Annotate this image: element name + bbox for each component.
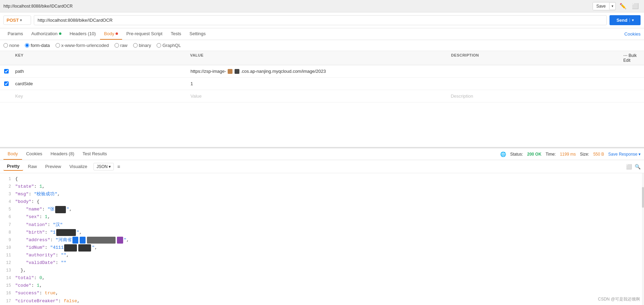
check-col-header — [0, 53, 12, 63]
form-table-header: KEY VALUE DESCRIPTION ⋯ Bulk Edit — [0, 51, 644, 65]
top-bar-actions: Save ▾ ✏️ ⬜ — [593, 2, 641, 10]
path-desc-cell — [448, 69, 623, 73]
option-raw[interactable]: raw — [115, 43, 128, 48]
resp-tab-test-results[interactable]: Test Results — [78, 148, 111, 160]
path-checkbox[interactable] — [4, 69, 9, 73]
option-binary[interactable]: binary — [133, 43, 151, 48]
placeholder-key-text: Key — [15, 94, 23, 99]
method-selector[interactable]: POST ▾ — [3, 16, 31, 25]
bulk-edit-button[interactable]: ⋯ Bulk Edit — [623, 53, 641, 63]
json-line-12: 12 "validDate": "" — [0, 259, 644, 267]
save-response-label: Save Response — [608, 152, 637, 157]
save-button-group: Save ▾ — [593, 2, 616, 10]
authorization-dot — [59, 32, 61, 35]
json-line-5: 5 "name": "张 ", — [0, 206, 644, 213]
option-graphql[interactable]: GraphQL — [157, 43, 181, 48]
addr-redacted-2 — [80, 237, 86, 244]
save-caret-button[interactable]: ▾ — [609, 3, 615, 9]
json-label: JSON — [97, 164, 108, 169]
json-line-16: 16 "success": true, — [0, 289, 644, 297]
json-line-11: 11 "authority": "", — [0, 252, 644, 259]
tab-settings[interactable]: Settings — [185, 28, 210, 40]
json-line-3: 3 "msg": "校验成功", — [0, 190, 644, 198]
format-preview-button[interactable]: Preview — [42, 163, 65, 170]
tab-pre-request[interactable]: Pre-request Script — [122, 28, 167, 40]
option-urlencoded[interactable]: x-www-form-urlencoded — [56, 43, 109, 48]
cardside-checkbox[interactable] — [4, 81, 9, 86]
copy-response-icon[interactable]: ⬜ — [626, 164, 632, 169]
resp-tab-body[interactable]: Body — [3, 148, 22, 160]
json-caret-icon: ▾ — [109, 164, 111, 169]
tab-pre-request-label: Pre-request Script — [126, 31, 162, 36]
tab-params-label: Params — [8, 31, 23, 36]
value-col-header: VALUE — [187, 53, 448, 63]
save-response-button[interactable]: Save Response ▾ — [608, 152, 641, 157]
resp-tab-body-label: Body — [8, 151, 18, 156]
tab-tests[interactable]: Tests — [167, 28, 185, 40]
path-value-text: https://zsp-image- — [190, 69, 226, 74]
json-format-selector[interactable]: JSON ▾ — [93, 163, 114, 170]
addr-redacted-1 — [72, 237, 78, 244]
tab-params[interactable]: Params — [3, 28, 27, 40]
tab-headers-label: Headers (10) — [70, 31, 96, 36]
scrollbar-thumb — [642, 187, 644, 208]
resp-tab-test-results-label: Test Results — [82, 151, 107, 156]
size-value: 550 B — [593, 152, 604, 157]
copy-icon-button[interactable]: ⬜ — [630, 2, 641, 10]
idnum-redacted-2 — [78, 244, 91, 252]
tab-body-label: Body — [104, 31, 115, 36]
save-button[interactable]: Save — [593, 2, 609, 10]
top-bar: http://localhost:8088/bike/IDCardOCR Sav… — [0, 0, 644, 12]
path-checkbox-cell — [0, 69, 12, 73]
placeholder-key: Key — [12, 91, 188, 101]
json-line-17: 17 "circuteBreaker": false, — [0, 297, 644, 305]
tab-authorization-label: Authorization — [31, 31, 58, 36]
path-key: path — [15, 69, 24, 74]
json-line-7: 7 "nation": "汉" — [0, 221, 644, 229]
tab-tests-label: Tests — [171, 31, 181, 36]
resp-tab-headers[interactable]: Headers (8) — [47, 148, 79, 160]
size-label: Size: — [580, 152, 589, 157]
search-response-icon[interactable]: 🔍 — [635, 164, 641, 169]
placeholder-value-text: Value — [190, 94, 201, 99]
format-pretty-button[interactable]: Pretty — [3, 162, 23, 171]
form-row-cardside: cardSide 1 — [0, 78, 644, 90]
edit-icon-button[interactable]: ✏️ — [618, 2, 628, 10]
send-button[interactable]: Send ▾ — [610, 15, 641, 25]
format-raw-button[interactable]: Raw — [24, 163, 40, 170]
scrollbar-track[interactable] — [642, 173, 644, 305]
redacted-block-2 — [235, 69, 239, 74]
json-line-10: 10 "idNum": "4111 ", — [0, 244, 644, 252]
globe-icon: 🌐 — [500, 151, 506, 157]
tab-authorization[interactable]: Authorization — [27, 28, 66, 40]
json-line-2: 2 "state": 1, — [0, 183, 644, 190]
path-key-cell: path — [12, 67, 188, 76]
idnum-redacted-1 — [64, 244, 77, 252]
tab-body[interactable]: Body — [100, 28, 122, 40]
resp-tab-cookies[interactable]: Cookies — [22, 148, 47, 160]
json-line-13: 13 }, — [0, 267, 644, 274]
json-viewer: 1 { 2 "state": 1, 3 "msg": "校验成功", 4 "bo… — [0, 173, 644, 305]
cardside-desc-cell — [448, 82, 623, 86]
tab-headers[interactable]: Headers (10) — [66, 28, 100, 40]
placeholder-value: Value — [188, 91, 448, 101]
json-line-4: 4 "body": { — [0, 198, 644, 206]
format-visualize-button[interactable]: Visualize — [66, 163, 91, 170]
placeholder-desc-text: Description — [451, 94, 473, 99]
status-value: 200 OK — [527, 152, 541, 157]
cookies-link[interactable]: Cookies — [624, 31, 641, 37]
option-form-data[interactable]: form-data — [25, 43, 50, 48]
json-line-9: 9 "address": "河南省 ", — [0, 236, 644, 244]
spacer-area — [0, 102, 644, 147]
filter-icon[interactable]: ≡ — [117, 164, 120, 169]
option-none[interactable]: none — [3, 43, 19, 48]
body-options-row: none form-data x-www-form-urlencoded raw… — [0, 40, 644, 51]
form-row-path: path https://zsp-image- .cos.ap-nanjing.… — [0, 65, 644, 78]
url-input[interactable] — [34, 15, 607, 25]
cardside-key-cell: cardSide — [12, 79, 188, 88]
tab-settings-label: Settings — [189, 31, 206, 36]
time-value: 1199 ms — [560, 152, 576, 157]
cardside-value-cell: 1 — [188, 79, 448, 88]
key-col-header: KEY — [12, 53, 187, 63]
format-options-row: Pretty Raw Preview Visualize JSON ▾ ≡ ⬜ … — [0, 160, 644, 173]
